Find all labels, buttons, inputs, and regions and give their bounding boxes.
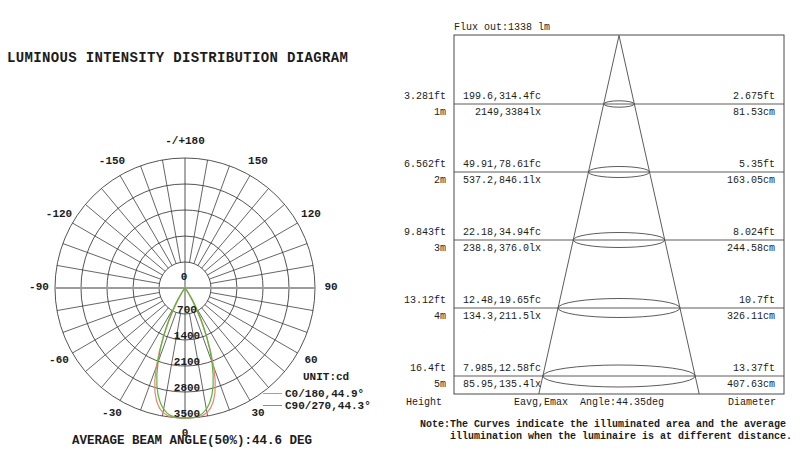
row-diameter-ft: 2.675ft (695, 91, 775, 102)
photometric-report: LUMINOUS INTENSITY DISTRIBUTION DIAGRAM … (0, 0, 800, 457)
row-eavg-emax-lx: 134.3,211.5lx (441, 311, 541, 322)
row-diameter-ft: 8.024ft (695, 227, 775, 238)
row-eavg-emax-fc: 22.18,34.94fc (441, 227, 541, 238)
row-eavg-emax-lx: 238.8,376.0lx (441, 243, 541, 254)
row-height-ft: 16.4ft (376, 363, 446, 374)
row-height-ft: 9.843ft (376, 227, 446, 238)
polar-angle-label--120: -120 (46, 208, 72, 220)
row-height-m: 2m (376, 175, 446, 186)
row-diameter-cm: 407.63cm (695, 379, 775, 390)
polar-angle-label--90: -90 (29, 281, 49, 293)
row-eavg-emax-fc: 49.91,78.61fc (441, 159, 541, 170)
page-title: LUMINOUS INTENSITY DISTRIBUTION DIAGRAM (7, 51, 348, 66)
row-diameter-cm: 81.53cm (695, 107, 775, 118)
flux-out-label: Flux out:1338 lm (454, 22, 550, 33)
polar-ring-label-2800: 2800 (174, 382, 200, 394)
polar-angle-label-30: 30 (251, 407, 264, 419)
legend-label: C90/270,44.3° (285, 400, 371, 412)
row-height-m: 4m (376, 311, 446, 322)
column-header-eavg-emax: Eavg,Emax (514, 397, 568, 408)
polar-angle-label-90: 90 (324, 281, 337, 293)
row-height-m: 1m (376, 107, 446, 118)
polar-angle-label-120: 120 (301, 208, 321, 220)
polar-angle-label--30: -30 (102, 407, 122, 419)
row-eavg-emax-lx: 537.2,846.1lx (441, 175, 541, 186)
row-eavg-emax-lx: 2149,3384lx (441, 107, 541, 118)
polar-ring-label-3500: 3500 (174, 408, 200, 420)
row-height-m: 5m (376, 379, 446, 390)
average-beam-angle-label: AVERAGE BEAM ANGLE(50%):44.6 DEG (72, 435, 312, 448)
row-diameter-cm: 326.11cm (695, 311, 775, 322)
row-diameter-ft: 13.37ft (695, 363, 775, 374)
row-diameter-ft: 10.7ft (695, 295, 775, 306)
polar-ring-label-700: 700 (177, 304, 197, 316)
row-diameter-cm: 244.58cm (695, 243, 775, 254)
column-header-height: Height (406, 397, 442, 408)
column-header-diameter: Diameter (728, 397, 776, 408)
row-height-ft: 3.281ft (376, 91, 446, 102)
polar-angle-label--60: -60 (49, 354, 69, 366)
unit-label: UNIT:cd (303, 371, 349, 383)
note-line-1: Note:The Curves indicate the illuminated… (420, 419, 786, 430)
note-line-2: illumination when the luminaire is at di… (450, 431, 792, 442)
row-diameter-cm: 163.05cm (695, 175, 775, 186)
row-height-ft: 13.12ft (376, 295, 446, 306)
polar-angle-label--150: -150 (99, 155, 125, 167)
row-eavg-emax-fc: 199.6,314.4fc (441, 91, 541, 102)
row-eavg-emax-fc: 7.985,12.58fc (441, 363, 541, 374)
legend-swatch-line (263, 405, 282, 406)
beam-angle-value-label: Angle:44.35deg (580, 397, 664, 408)
legend-swatch-line (263, 393, 282, 394)
row-diameter-ft: 5.35ft (695, 159, 775, 170)
legend-label: C0/180,44.9° (285, 388, 364, 400)
row-eavg-emax-lx: 85.95,135.4lx (441, 379, 541, 390)
row-height-m: 3m (376, 243, 446, 254)
polar-ring-label-2100: 2100 (174, 356, 200, 368)
polar-angle-label--/+180: -/+180 (165, 135, 205, 147)
polar-angle-label-60: 60 (304, 354, 317, 366)
polar-ring-label-1400: 1400 (174, 330, 200, 342)
polar-angle-label-150: 150 (248, 155, 268, 167)
polar-center-label: 0 (181, 271, 188, 283)
row-height-ft: 6.562ft (376, 159, 446, 170)
row-eavg-emax-fc: 12.48,19.65fc (441, 295, 541, 306)
